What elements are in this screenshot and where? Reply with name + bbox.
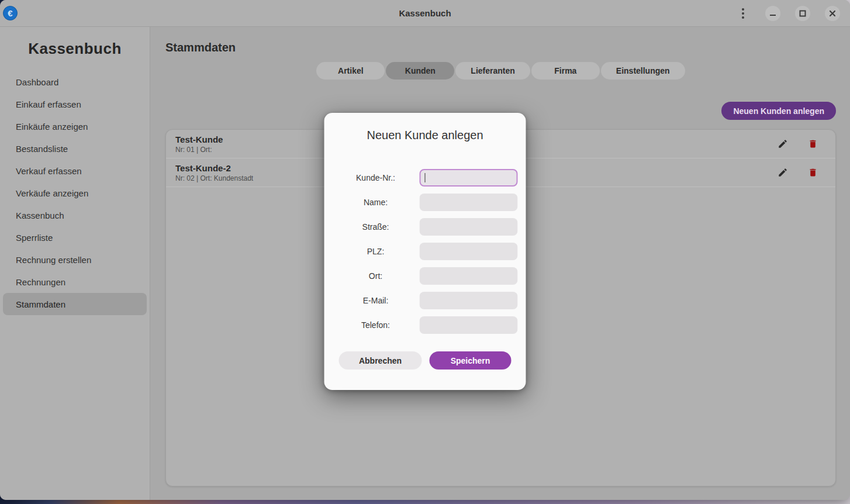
sidebar-item-sperrliste[interactable]: Sperrliste: [3, 226, 147, 248]
email-field[interactable]: [420, 292, 518, 309]
minimize-button[interactable]: [765, 6, 780, 21]
plz-field[interactable]: [420, 243, 518, 260]
text-caret: [425, 173, 426, 182]
tab-lieferanten[interactable]: Lieferanten: [455, 62, 530, 80]
new-customer-dialog: Neuen Kunde anlegen Kunde-Nr.: Name: Str…: [324, 113, 526, 390]
customer-details: Nr: 02 | Ort: Kundenstadt: [175, 174, 253, 182]
tab-artikel[interactable]: Artikel: [316, 62, 385, 80]
sidebar-item-einkaeufe-anzeigen[interactable]: Einkäufe anzeigen: [3, 115, 147, 137]
sidebar-item-kassenbuch[interactable]: Kassenbuch: [3, 204, 147, 226]
titlebar: € Kassenbuch: [0, 0, 850, 27]
customer-name: Test-Kunde-2: [175, 163, 253, 173]
app-icon: €: [3, 6, 18, 20]
sidebar-item-dashboard[interactable]: Dashboard: [3, 71, 147, 93]
sidebar-item-verkaeufe-anzeigen[interactable]: Verkäufe anzeigen: [3, 182, 147, 204]
delete-customer-button[interactable]: [807, 166, 819, 179]
tab-einstellungen[interactable]: Einstellungen: [601, 62, 685, 80]
email-label: E-Mail:: [332, 296, 420, 305]
plz-label: PLZ:: [332, 247, 420, 256]
ort-field[interactable]: [420, 267, 518, 285]
kunde-nr-label: Kunde-Nr.:: [332, 173, 420, 182]
ort-label: Ort:: [332, 271, 420, 281]
dialog-title: Neuen Kunde anlegen: [332, 127, 519, 143]
close-icon: [829, 10, 836, 17]
delete-customer-button[interactable]: [807, 137, 819, 150]
strasse-field[interactable]: [420, 218, 518, 236]
app-window: € Kassenbuch Kassenbuch Dashboard Einkau…: [0, 0, 850, 500]
trash-icon: [808, 167, 818, 178]
customer-name: Test-Kunde: [175, 134, 223, 144]
sidebar-item-rechnung-erstellen[interactable]: Rechnung erstellen: [3, 248, 147, 271]
sidebar-nav: Dashboard Einkauf erfassen Einkäufe anze…: [0, 71, 150, 315]
sidebar-item-verkauf-erfassen[interactable]: Verkauf erfassen: [3, 160, 147, 182]
new-customer-button[interactable]: Neuen Kunden anlegen: [721, 102, 836, 120]
name-label: Name:: [332, 198, 420, 207]
maximize-icon: [799, 10, 806, 17]
pencil-icon: [778, 139, 788, 149]
sidebar-item-bestandsliste[interactable]: Bestandsliste: [3, 137, 147, 160]
edit-customer-button[interactable]: [776, 137, 789, 150]
edit-customer-button[interactable]: [776, 166, 789, 179]
tab-bar: Artikel Kunden Lieferanten Firma Einstel…: [165, 62, 836, 80]
cancel-button[interactable]: Abbrechen: [339, 351, 422, 370]
minimize-icon: [769, 10, 776, 17]
strasse-label: Straße:: [332, 222, 420, 232]
sidebar-item-stammdaten[interactable]: Stammdaten: [3, 293, 147, 315]
sidebar-app-title: Kassenbuch: [0, 40, 150, 58]
kunde-nr-field[interactable]: [420, 169, 518, 187]
euro-icon: €: [8, 8, 12, 18]
save-button[interactable]: Speichern: [430, 351, 512, 370]
telefon-field[interactable]: [420, 316, 518, 334]
sidebar-item-einkauf-erfassen[interactable]: Einkauf erfassen: [3, 93, 147, 115]
trash-icon: [808, 139, 818, 149]
pencil-icon: [778, 167, 788, 178]
tab-kunden[interactable]: Kunden: [386, 62, 454, 80]
maximize-button[interactable]: [795, 6, 810, 21]
close-button[interactable]: [825, 6, 840, 21]
tab-firma[interactable]: Firma: [531, 62, 600, 80]
sidebar: Kassenbuch Dashboard Einkauf erfassen Ei…: [0, 27, 150, 500]
sidebar-item-rechnungen[interactable]: Rechnungen: [3, 271, 147, 293]
menu-kebab-icon[interactable]: [735, 6, 751, 21]
telefon-label: Telefon:: [332, 320, 420, 330]
page-title: Stammdaten: [165, 41, 836, 54]
name-field[interactable]: [420, 194, 518, 211]
window-title: Kassenbuch: [0, 8, 850, 18]
customer-details: Nr: 01 | Ort:: [175, 146, 223, 154]
